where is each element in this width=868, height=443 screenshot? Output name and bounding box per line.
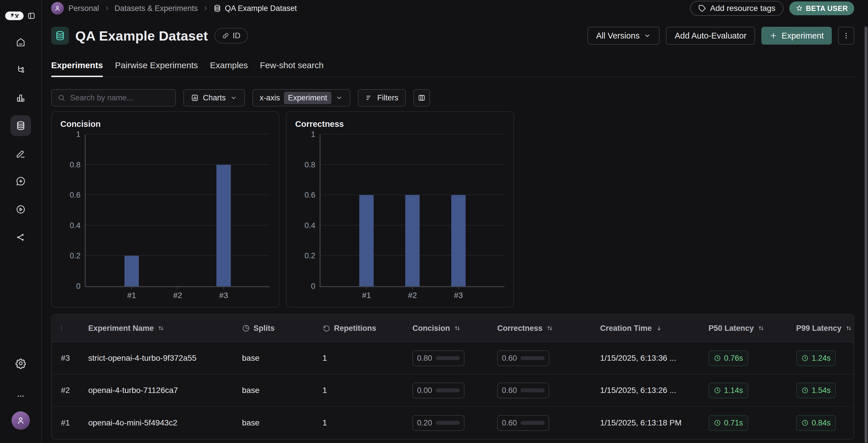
clock-icon — [801, 354, 809, 362]
sidebar-item-home[interactable] — [10, 32, 31, 52]
all-versions-dropdown[interactable]: All Versions — [587, 27, 660, 45]
columns-button[interactable] — [413, 89, 430, 107]
page-title: QA Example Dataset — [75, 28, 208, 44]
database-icon — [16, 121, 26, 131]
langsmith-logo[interactable] — [5, 11, 24, 20]
xaxis-dropdown[interactable]: x-axis Experiment — [252, 89, 350, 107]
correctness-score-chip: 0.60 — [497, 383, 549, 398]
experiment-row-3[interactable]: #3strict-openai-4-turbo-9f372a55base10.8… — [52, 342, 854, 375]
add-auto-evaluator-button[interactable]: Add Auto-Evaluator — [666, 27, 755, 45]
y-axis-tick: 0 — [311, 282, 315, 291]
tab-examples[interactable]: Examples — [210, 60, 248, 77]
person-icon — [16, 416, 26, 425]
tab-pairwise-experiments[interactable]: Pairwise Experiments — [115, 60, 198, 77]
sort-icon[interactable] — [757, 324, 765, 332]
more-actions-button[interactable] — [838, 27, 854, 45]
cell-repetitions: 1 — [322, 354, 412, 363]
search-box[interactable] — [51, 89, 176, 107]
person-icon — [54, 5, 61, 12]
column-header-creation-time[interactable]: Creation Time — [600, 324, 709, 333]
workspace-avatar[interactable] — [51, 2, 64, 15]
y-axis-tick: 1 — [76, 130, 81, 139]
cell-concision: 0.00 — [412, 383, 497, 398]
toolbar: Charts x-axis Experiment Filters — [51, 89, 854, 107]
concision-score-chip: 0.80 — [412, 350, 464, 366]
cell-concision: 0.20 — [412, 415, 497, 431]
user-avatar[interactable] — [11, 411, 30, 430]
sidebar-item-datasets-experiments[interactable] — [10, 115, 31, 136]
charts-dropdown[interactable]: Charts — [183, 89, 245, 107]
column-header-splits[interactable]: Splits — [242, 324, 322, 333]
cell-p50-latency: 1.14s — [709, 383, 796, 398]
settings-gear-icon[interactable] — [15, 358, 26, 369]
bar-#1[interactable] — [124, 256, 139, 286]
score-value: 0.60 — [502, 418, 517, 427]
y-axis-tick: 0.4 — [304, 221, 315, 230]
chevron-down-icon — [644, 32, 651, 39]
select-all-checkbox[interactable] — [61, 325, 62, 331]
home-icon — [16, 37, 26, 47]
cell-concision: 0.80 — [412, 350, 497, 366]
column-header-p50-latency[interactable]: P50 Latency — [709, 324, 796, 333]
cell-experiment-name[interactable]: openai-4-turbo-71126ca7 — [88, 386, 242, 395]
sort-icon[interactable] — [157, 324, 165, 332]
vertical-scrollbar[interactable] — [865, 26, 867, 443]
breadcrumb-personal[interactable]: Personal — [68, 4, 99, 13]
column-header-repetitions[interactable]: Repetitions — [322, 324, 412, 333]
sidebar-item-playground[interactable] — [10, 199, 31, 220]
experiment-row-1[interactable]: #1openai-4o-mini-5f4943c2base10.200.601/… — [52, 407, 854, 439]
y-axis-tick: 0 — [76, 282, 81, 291]
correctness-score-chip: 0.60 — [497, 350, 549, 366]
cell-experiment-name[interactable]: strict-openai-4-turbo-9f372a55 — [88, 354, 242, 363]
bar-#2[interactable] — [405, 195, 420, 286]
database-icon — [213, 4, 221, 12]
experiment-row-2[interactable]: #2openai-4-turbo-71126ca7base10.000.601/… — [52, 375, 854, 407]
sort-icon[interactable] — [845, 324, 852, 332]
tab-few-shot-search[interactable]: Few-shot search — [260, 60, 323, 77]
sidebar-item-deployments[interactable] — [10, 227, 31, 248]
sidebar — [0, 0, 42, 443]
row-index: #3 — [61, 354, 88, 363]
chart-plot-area: 00.20.40.60.81#1#2#3 — [320, 134, 504, 287]
x-axis-tick — [177, 286, 178, 289]
gridline — [86, 134, 270, 134]
sidebar-item-dashboards[interactable] — [10, 87, 31, 108]
p50-latency-chip: 0.76s — [709, 350, 748, 366]
sort-icon[interactable] — [454, 324, 461, 332]
new-experiment-button[interactable]: Experiment — [762, 27, 832, 45]
row-index: #1 — [61, 418, 88, 427]
column-header-p99-latency[interactable]: P99 Latency — [796, 324, 854, 333]
add-resource-tags-button[interactable]: Add resource tags — [690, 1, 783, 16]
search-input[interactable] — [70, 93, 172, 102]
sidebar-item-tracing-projects[interactable] — [10, 60, 31, 80]
score-value: 0.80 — [417, 354, 432, 363]
bar-#3[interactable] — [451, 195, 466, 286]
breadcrumb-datasets-experiments[interactable]: Datasets & Experiments — [115, 4, 198, 13]
clock-icon — [714, 419, 721, 426]
column-header-correctness[interactable]: Correctness — [497, 324, 600, 333]
sidebar-toggle-icon[interactable] — [27, 11, 36, 20]
chevron-right-icon — [104, 5, 110, 11]
refresh-icon — [322, 324, 331, 332]
chevron-right-icon — [202, 5, 209, 11]
score-value: 0.00 — [417, 386, 432, 395]
sort-desc-icon[interactable] — [655, 324, 663, 332]
sort-icon[interactable] — [546, 324, 554, 332]
filter-icon — [365, 94, 373, 102]
x-axis-label: #1 — [127, 291, 136, 300]
y-axis-tick: 0.6 — [69, 191, 81, 200]
gridline — [320, 164, 504, 165]
column-header-concision[interactable]: Concision — [412, 324, 497, 333]
filters-button[interactable]: Filters — [358, 89, 406, 107]
column-header-experiment-name[interactable]: Experiment Name — [88, 324, 242, 333]
bar-#3[interactable] — [216, 165, 231, 286]
cell-experiment-name[interactable]: openai-4o-mini-5f4943c2 — [88, 418, 242, 427]
sidebar-item-prompts[interactable] — [10, 171, 31, 192]
sidebar-item-annotation-queues[interactable] — [10, 143, 31, 164]
chat-plus-icon — [16, 176, 26, 187]
topbar: Personal Datasets & Experiments QA Examp… — [51, 1, 854, 16]
copy-id-button[interactable]: ID — [214, 28, 248, 43]
tab-experiments[interactable]: Experiments — [51, 60, 103, 77]
more-options-icon[interactable] — [17, 392, 25, 401]
bar-#1[interactable] — [359, 195, 374, 286]
